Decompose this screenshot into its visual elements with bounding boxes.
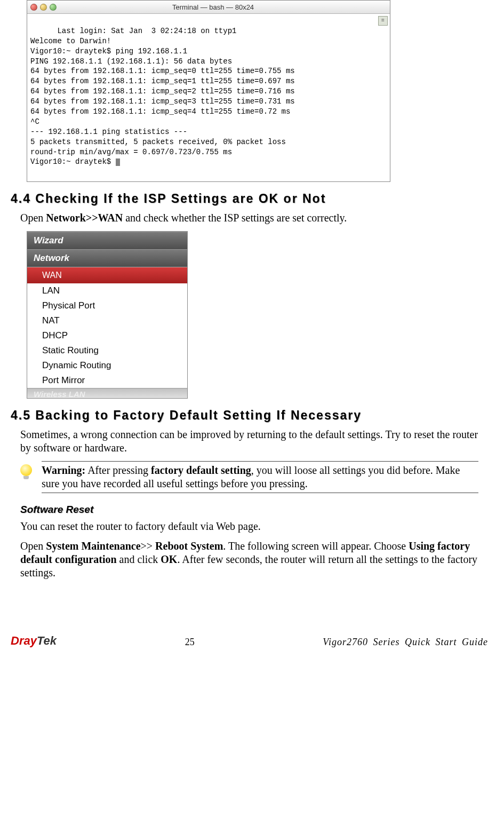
nav-category-network[interactable]: Network [27, 249, 187, 267]
nav-item-wan[interactable]: WAN [27, 267, 187, 283]
para-software-reset-1: You can reset the router to factory defa… [20, 520, 478, 533]
close-icon[interactable] [30, 4, 37, 11]
heading-software-reset: Software Reset [20, 504, 488, 515]
warning-text: Warning: After pressing factory default … [42, 461, 478, 493]
nav-item-nat[interactable]: NAT [27, 313, 187, 328]
page-number: 25 [185, 637, 195, 648]
nav-menu: Wizard Network WAN LAN Physical Port NAT… [27, 231, 188, 399]
para-4-4: Open Network>>WAN and check whether the … [20, 211, 478, 225]
nav-item-dhcp[interactable]: DHCP [27, 328, 187, 343]
scroll-icon: ≡ [378, 16, 388, 26]
nav-item-dynamic-routing[interactable]: Dynamic Routing [27, 358, 187, 373]
nav-category-wizard[interactable]: Wizard [27, 232, 187, 249]
terminal-output: ≡Last login: Sat Jan 3 02:24:18 on ttyp1… [27, 14, 390, 181]
nav-item-physical-port[interactable]: Physical Port [27, 298, 187, 313]
heading-4-5: 4.5 Backing to Factory Default Setting I… [11, 408, 488, 423]
para-4-5: Sometimes, a wrong connection can be imp… [20, 428, 478, 455]
minimize-icon[interactable] [40, 4, 47, 11]
window-controls[interactable] [30, 4, 57, 11]
zoom-icon[interactable] [50, 4, 57, 11]
nav-category-wireless-faded: Wireless LAN [27, 388, 187, 398]
heading-4-4: 4.4 Checking If the ISP Settings are OK … [11, 192, 488, 206]
terminal-window: Terminal — bash — 80x24 ≡Last login: Sat… [27, 0, 390, 182]
lightbulb-icon [20, 464, 32, 476]
warning-box: Warning: After pressing factory default … [20, 461, 478, 493]
nav-item-lan[interactable]: LAN [27, 283, 187, 298]
para-software-reset-2: Open System Maintenance>> Reboot System.… [20, 540, 478, 580]
guide-title: Vigor2760 Series Quick Start Guide [323, 637, 488, 648]
terminal-titlebar: Terminal — bash — 80x24 [27, 1, 390, 14]
nav-item-port-mirror[interactable]: Port Mirror [27, 373, 187, 388]
terminal-title: Terminal — bash — 80x24 [61, 3, 365, 11]
logo: DrayTek [11, 634, 57, 648]
cursor-icon [116, 158, 120, 166]
page-footer: DrayTek 25 Vigor2760 Series Quick Start … [0, 597, 504, 648]
nav-item-static-routing[interactable]: Static Routing [27, 343, 187, 358]
